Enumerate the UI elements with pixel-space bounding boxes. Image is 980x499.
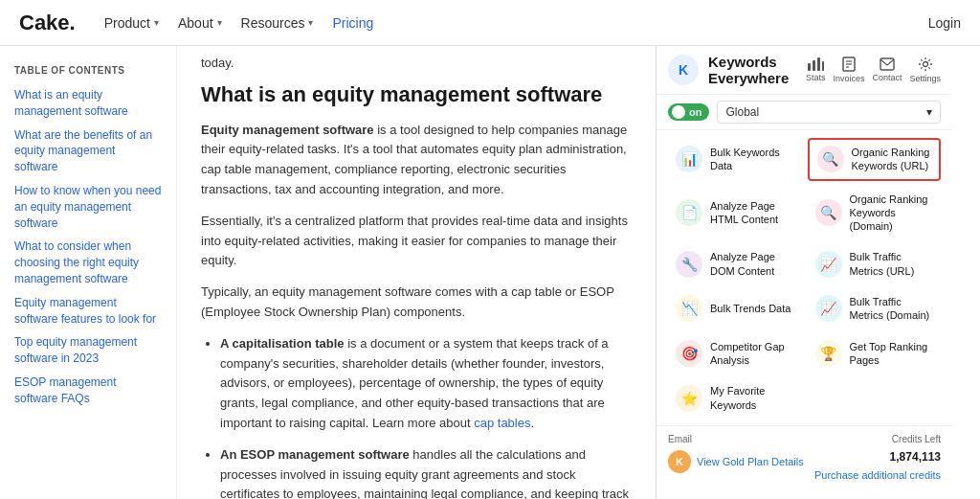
bulk-traffic-domain-item[interactable]: 📈 Bulk Traffic Metrics (Domain) <box>808 289 942 329</box>
bulk-traffic-domain-icon: 📈 <box>815 295 842 322</box>
bullet-item-1: A capitalisation table is a document or … <box>220 334 632 434</box>
main-content: today. What is an equity management soft… <box>177 46 656 499</box>
paragraph-2: Essentially, it's a centralized platform… <box>201 212 632 271</box>
ke-toolbar: on Global ▾ <box>657 95 952 130</box>
organic-ranking-url-label: Organic Ranking Keywords (URL) <box>852 146 932 173</box>
top-ranking-pages-icon: 🏆 <box>815 340 842 367</box>
region-value: Global <box>725 105 759 119</box>
stats-button[interactable]: Stats <box>806 57 826 82</box>
credits-value: 1,874,113 <box>890 450 941 464</box>
favorite-keywords-icon: ⭐ <box>676 385 702 412</box>
ke-footer: Email K View Gold Plan Details Credits L… <box>657 425 952 488</box>
chevron-down-icon: ▾ <box>926 105 932 119</box>
nav-about[interactable]: About ▾ <box>178 15 222 31</box>
nav-items: Product ▾ About ▾ Resources ▾ Pricing <box>104 15 928 31</box>
analyze-html-item[interactable]: 📄 Analyze Page HTML Content <box>668 187 802 239</box>
toc-item[interactable]: Top equity management software in 2023 <box>14 334 162 367</box>
organic-ranking-domain-item[interactable]: 🔍 Organic Ranking Keywords (Domain) <box>808 187 942 239</box>
competitor-gap-label: Competitor Gap Analysis <box>710 340 794 368</box>
chevron-down-icon: ▾ <box>217 17 222 28</box>
bullet-item-2: An ESOP management software handles all … <box>220 445 632 499</box>
analyze-dom-item[interactable]: 🔧 Analyze Page DOM Content <box>668 244 802 284</box>
chevron-down-icon: ▾ <box>308 17 313 28</box>
toc-item[interactable]: What is an equity management software <box>14 87 162 120</box>
organic-ranking-domain-icon: 🔍 <box>815 199 842 226</box>
top-navigation: Cake. Product ▾ About ▾ Resources ▾ Pric… <box>0 0 980 46</box>
ke-title: Keywords Everywhere <box>708 54 796 86</box>
analyze-html-icon: 📄 <box>676 199 702 226</box>
paragraph-1: Equity management software is a tool des… <box>201 121 632 200</box>
competitor-gap-icon: 🎯 <box>676 340 702 367</box>
paragraph-3: Typically, an equity management software… <box>201 283 632 323</box>
credits-label: Credits Left <box>892 434 941 444</box>
svg-rect-3 <box>822 61 824 71</box>
user-avatar: K <box>668 450 691 473</box>
toc-item[interactable]: What to consider when choosing the right… <box>14 238 162 286</box>
section-title: What is an equity management software <box>201 81 632 109</box>
favorite-keywords-item[interactable]: ⭐ My Favorite Keywords <box>668 378 802 418</box>
settings-button[interactable]: Settings <box>909 57 941 83</box>
ke-user-row: K View Gold Plan Details <box>668 450 804 473</box>
ke-menu-grid: 📊 Bulk Keywords Data 🔍 Organic Ranking K… <box>657 130 952 425</box>
bulk-trends-item[interactable]: 📉 Bulk Trends Data <box>668 289 802 329</box>
analyze-dom-icon: 🔧 <box>676 251 702 278</box>
bulk-traffic-domain-label: Bulk Traffic Metrics (Domain) <box>850 295 934 323</box>
favorite-keywords-label: My Favorite Keywords <box>710 384 794 412</box>
top-ranking-pages-label: Get Top Ranking Pages <box>850 340 934 368</box>
toc-item[interactable]: How to know when you need an equity mana… <box>14 183 162 231</box>
toc-item[interactable]: Equity management software features to l… <box>14 295 162 328</box>
svg-rect-8 <box>880 58 894 70</box>
svg-point-9 <box>923 62 927 67</box>
keywords-everywhere-panel: K Keywords Everywhere Stats Invoices Con… <box>656 46 952 499</box>
view-gold-plan-link[interactable]: View Gold Plan Details <box>697 456 804 467</box>
organic-ranking-domain-label: Organic Ranking Keywords (Domain) <box>850 193 934 234</box>
toc-item[interactable]: ESOP management software FAQs <box>14 374 162 407</box>
toc-item[interactable]: What are the benefits of an equity manag… <box>14 127 162 175</box>
ke-toggle[interactable]: on <box>668 103 709 121</box>
ke-footer-right: Credits Left 1,874,113 Purchase addition… <box>814 434 941 481</box>
purchase-credits-link[interactable]: Purchase additional credits <box>814 469 941 481</box>
ke-logo: K <box>668 55 699 85</box>
toc-title: TABLE OF CONTENTS <box>14 65 162 76</box>
ke-region-selector[interactable]: Global ▾ <box>717 101 941 124</box>
svg-rect-2 <box>817 57 820 71</box>
bulk-traffic-url-item[interactable]: 📈 Bulk Traffic Metrics (URL) <box>808 244 942 284</box>
bulk-keywords-data-item[interactable]: 📊 Bulk Keywords Data <box>668 138 802 181</box>
competitor-gap-item[interactable]: 🎯 Competitor Gap Analysis <box>668 334 802 374</box>
cap-tables-link[interactable]: cap tables <box>474 416 530 430</box>
contact-button[interactable]: Contact <box>872 57 902 82</box>
toggle-label: on <box>689 106 702 118</box>
organic-ranking-url-item[interactable]: 🔍 Organic Ranking Keywords (URL) <box>808 138 942 181</box>
ke-header: K Keywords Everywhere Stats Invoices Con… <box>657 46 952 95</box>
bulk-traffic-url-label: Bulk Traffic Metrics (URL) <box>850 250 934 278</box>
nav-product[interactable]: Product ▾ <box>104 15 159 31</box>
site-logo[interactable]: Cake. <box>19 11 76 35</box>
toggle-circle <box>672 105 685 119</box>
main-layout: TABLE OF CONTENTS What is an equity mana… <box>0 46 980 499</box>
nav-pricing[interactable]: Pricing <box>332 15 373 31</box>
ke-footer-left: Email K View Gold Plan Details <box>668 434 804 473</box>
analyze-dom-label: Analyze Page DOM Content <box>710 250 794 278</box>
bullet-list: A capitalisation table is a document or … <box>201 334 632 499</box>
bulk-keywords-icon: 📊 <box>676 146 702 172</box>
invoices-button[interactable]: Invoices <box>833 57 864 83</box>
bulk-keywords-label: Bulk Keywords Data <box>710 146 794 173</box>
bulk-traffic-url-icon: 📈 <box>815 251 842 278</box>
login-link[interactable]: Login <box>928 15 961 31</box>
bulk-trends-label: Bulk Trends Data <box>710 302 791 315</box>
svg-rect-1 <box>813 60 815 71</box>
top-ranking-pages-item[interactable]: 🏆 Get Top Ranking Pages <box>808 334 942 374</box>
analyze-html-label: Analyze Page HTML Content <box>710 199 794 227</box>
intro-text: today. <box>201 56 632 70</box>
nav-resources[interactable]: Resources ▾ <box>241 15 314 31</box>
bulk-trends-icon: 📉 <box>676 295 702 322</box>
svg-rect-0 <box>808 63 811 71</box>
chevron-down-icon: ▾ <box>154 17 159 28</box>
table-of-contents: TABLE OF CONTENTS What is an equity mana… <box>0 46 177 499</box>
ke-toolbar-icons: Stats Invoices Contact Settings <box>806 57 941 83</box>
email-label: Email <box>668 434 692 444</box>
organic-ranking-url-icon: 🔍 <box>817 146 844 172</box>
